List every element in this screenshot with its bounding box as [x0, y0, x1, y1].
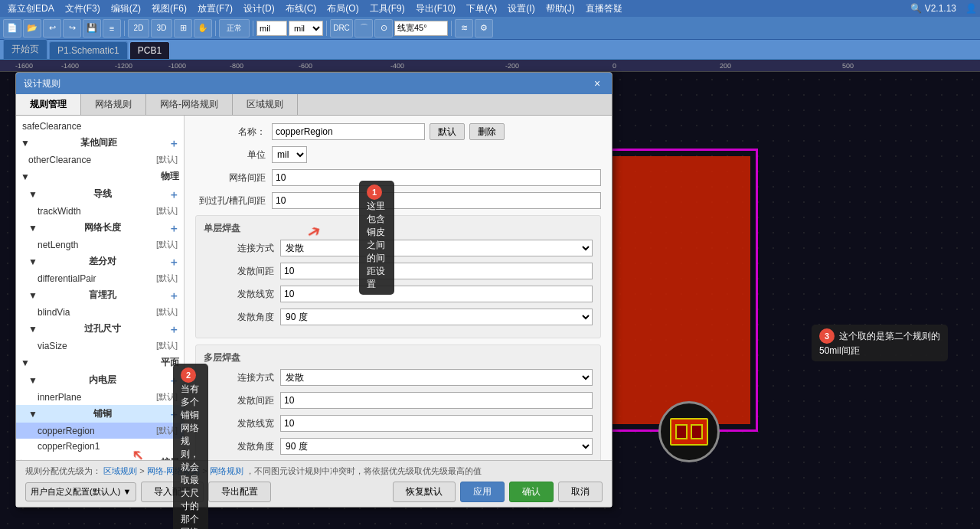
toolbar-grid[interactable]: ⊞ — [174, 19, 192, 38]
tab-schematic[interactable]: P1.Schematic1 — [49, 41, 128, 59]
tree-section-netlength[interactable]: ▼ 网络长度 ＋ — [16, 219, 184, 237]
toolbar-open[interactable]: 📂 — [23, 19, 41, 38]
tree-add-blindvia[interactable]: ＋ — [168, 290, 179, 301]
form-name-input[interactable] — [272, 123, 425, 140]
dialog-tab-net-net[interactable]: 网络-网络规则 — [146, 94, 233, 115]
toolbar-redo[interactable]: ↪ — [63, 19, 81, 38]
tree-add-copper[interactable]: ＋ — [168, 409, 179, 420]
tree-item-viaSize[interactable]: viaSize [默认] — [16, 338, 184, 354]
tree-item-copperRegion1[interactable]: copperRegion1 — [16, 439, 184, 454]
tab-start[interactable]: 开始页 — [3, 39, 47, 59]
menubar-export[interactable]: 导出(F10) — [411, 1, 461, 17]
form-multi-width-input[interactable] — [280, 415, 593, 432]
tree-section-track[interactable]: ▼ 导线 ＋ — [16, 185, 184, 203]
tree-section-arrow-track: ▼ — [28, 189, 38, 200]
tree-section-other[interactable]: ▼ 某他间距 ＋ — [16, 134, 184, 152]
priority-link-zone[interactable]: 区域规则 — [103, 466, 137, 475]
priority-link-netnet[interactable]: 网络-网络规则 — [147, 466, 201, 475]
tree-section-viasize[interactable]: ▼ 过孔尺寸 ＋ — [16, 320, 184, 338]
tree-badge-blindVia: [默认] — [156, 306, 178, 318]
tree-section-diffpair[interactable]: ▼ 差分对 ＋ — [16, 253, 184, 270]
personal-icon[interactable]: 👤 — [965, 3, 977, 14]
unit-input[interactable] — [256, 21, 287, 36]
priority-suffix: ，不同图元设计规则中冲突时，将依据优先级取优先级最高的值 — [246, 466, 482, 475]
menubar-design[interactable]: 设计(D) — [239, 1, 279, 17]
tree-item-trackWidth[interactable]: trackWidth [默认] — [16, 203, 184, 219]
dialog-tab-zone[interactable]: 区域规则 — [233, 94, 298, 115]
toolbar-undo[interactable]: ↩ — [43, 19, 61, 38]
form-multi-angle-select[interactable]: 90 度 45 度 — [280, 438, 593, 455]
tree-add-viasize[interactable]: ＋ — [168, 324, 179, 335]
tree-section-physical[interactable]: ▼ 物理 — [16, 168, 184, 185]
form-multi-connect-select[interactable]: 发散 直连 — [280, 369, 593, 386]
tree-item-netLength[interactable]: netLength [默认] — [16, 237, 184, 253]
menubar-settings[interactable]: 设置(I) — [503, 1, 539, 17]
menubar-app[interactable]: 嘉立创EDA — [3, 1, 59, 17]
toolbar-zoom-fit[interactable]: 正常 — [219, 19, 250, 38]
form-single-connect-select[interactable]: 发散 直连 无连接 — [280, 240, 593, 256]
export-config-btn[interactable]: 导出配置 — [208, 482, 271, 502]
tree-item-blindVia[interactable]: blindVia [默认] — [16, 304, 184, 320]
form-single-width-input[interactable] — [280, 286, 593, 302]
tree-item-safeClearance[interactable]: safeClearance — [16, 119, 184, 134]
toolbar-new[interactable]: 📄 — [3, 19, 21, 38]
restore-default-btn[interactable]: 恢复默认 — [393, 482, 456, 502]
form-single-clearance-input[interactable] — [280, 263, 593, 279]
priority-link-net[interactable]: 网络规则 — [210, 466, 243, 475]
menubar-view[interactable]: 视图(F6) — [147, 1, 191, 17]
menubar-help[interactable]: 帮助(J) — [541, 1, 580, 17]
form-unit-select[interactable]: mil mm — [272, 146, 307, 163]
menubar-place[interactable]: 放置(F7) — [193, 1, 237, 17]
tree-item-copperRegion[interactable]: copperRegion [默认] — [16, 423, 184, 439]
menubar-edit[interactable]: 编辑(Z) — [106, 1, 145, 17]
form-delete-btn[interactable]: 删除 — [469, 123, 505, 140]
tree-item-otherClearance[interactable]: otherClearance [默认] — [16, 152, 184, 168]
tree-section-blindvia[interactable]: ▼ 盲埋孔 ＋ — [16, 286, 184, 304]
menubar-tools[interactable]: 工具(F9) — [365, 1, 410, 17]
tree-section-copper[interactable]: ▼ 铺铜 ＋ — [16, 405, 184, 423]
menubar-file[interactable]: 文件(F3) — [60, 1, 105, 17]
import-config-btn[interactable]: 导入配置 — [141, 482, 204, 502]
toolbar-angle[interactable]: ⌒ — [354, 19, 373, 38]
tree-section-innerplane[interactable]: ▼ 内电层 ＋ — [16, 371, 184, 389]
menubar-live[interactable]: 直播答疑 — [581, 1, 627, 17]
profile-dropdown-btn[interactable]: 用户自定义配置(默认人) ▼ — [25, 482, 136, 501]
toolbar-list[interactable]: ≡ — [103, 19, 121, 38]
form-default-btn[interactable]: 默认 — [430, 123, 465, 140]
tab-pcb[interactable]: PCB1 — [129, 41, 170, 59]
separator-4 — [326, 21, 327, 36]
menubar-route[interactable]: 布线(C) — [281, 1, 322, 17]
tree-add-track[interactable]: ＋ — [168, 189, 179, 200]
menubar-order[interactable]: 下单(A) — [462, 1, 501, 17]
tree-add-innerplane[interactable]: ＋ — [168, 375, 179, 386]
form-single-angle-select[interactable]: 90 度 45 度 — [280, 309, 593, 325]
toolbar-fab[interactable]: ⊙ — [374, 19, 393, 38]
toolbar-misc2[interactable]: ⚙ — [475, 19, 493, 38]
tree-section-extend[interactable]: ▶ 扩展 — [16, 454, 184, 460]
form-multi-clearance-input[interactable] — [280, 392, 593, 409]
form-unit-label: 单位 — [195, 149, 272, 162]
toolbar-2d[interactable]: 2D — [128, 19, 149, 38]
form-netclearance-input[interactable] — [272, 169, 601, 186]
form-viaclearance-input[interactable] — [272, 192, 601, 209]
cancel-btn[interactable]: 取消 — [558, 482, 603, 502]
dialog-tab-rules[interactable]: 规则管理 — [16, 94, 81, 115]
toolbar-3d[interactable]: 3D — [151, 19, 172, 38]
angle-input[interactable] — [394, 21, 448, 36]
menubar-layout[interactable]: 布局(O) — [322, 1, 363, 17]
apply-btn[interactable]: 应用 — [460, 482, 505, 502]
tree-section-plane[interactable]: ▼ 平面 — [16, 354, 184, 371]
dialog-close-btn[interactable]: × — [590, 77, 604, 90]
tree-item-diffPair[interactable]: differentialPair [默认] — [16, 270, 184, 286]
tree-add-other[interactable]: ＋ — [168, 138, 179, 149]
tree-add-diffpair[interactable]: ＋ — [168, 256, 179, 267]
toolbar-drc[interactable]: DRC — [330, 19, 353, 38]
tree-item-innerPlane[interactable]: innerPlane [默认] — [16, 389, 184, 405]
confirm-btn[interactable]: 确认 — [509, 482, 554, 502]
toolbar-pan[interactable]: ✋ — [194, 19, 212, 38]
tree-add-netlength[interactable]: ＋ — [168, 223, 179, 233]
dialog-tab-net[interactable]: 网络规则 — [81, 94, 146, 115]
unit-select[interactable]: mil mm — [289, 21, 323, 36]
toolbar-save[interactable]: 💾 — [83, 19, 101, 38]
toolbar-misc1[interactable]: ≋ — [455, 19, 473, 38]
